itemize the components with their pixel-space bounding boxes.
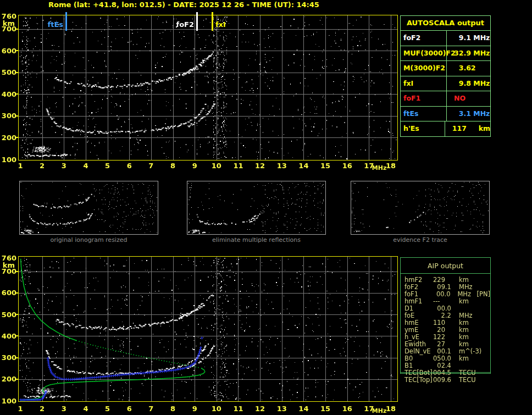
thumbnail-original-ionogram — [19, 181, 158, 235]
param-label: MUF(3000)F2 — [401, 46, 447, 61]
aip-output-table: AIP output hmF2229km foF2 09.1MHz foF1 0… — [400, 257, 491, 374]
param-flag — [479, 312, 490, 319]
thumbnail-caption: original ionogram resized — [19, 236, 158, 244]
table-row: ftEs 3.1 MHz — [401, 106, 490, 121]
param-value: 3.62 — [447, 61, 490, 76]
thumbnail-eliminate-reflections-canvas — [187, 181, 325, 234]
param-flag — [479, 334, 490, 341]
thumbnail-evidence-f2-canvas — [351, 181, 489, 234]
table-row: M(3000)F2 3.62 — [401, 60, 490, 76]
param-flag — [479, 362, 490, 369]
param-flag — [479, 276, 490, 284]
thumbnail-caption: evidence F2 trace — [351, 236, 490, 244]
param-flag — [479, 298, 490, 305]
param-label: h'Es — [401, 121, 445, 136]
param-flag: [PN] — [476, 291, 490, 298]
param-flag — [479, 377, 490, 384]
param-value: 32.9 MHz — [447, 46, 490, 61]
param-flag — [479, 305, 490, 312]
table-row: foF2 9.1 MHz — [401, 30, 490, 46]
param-value: 9.1 MHz — [447, 31, 490, 46]
param-unit: TECU — [459, 377, 479, 384]
table-row: foF1 NO — [401, 91, 490, 106]
table-row: MUF(3000)F2 32.9 MHz — [401, 46, 490, 61]
param-unit: km — [459, 298, 479, 305]
aip-output-title: AIP output — [401, 258, 490, 274]
thumbnail-original-ionogram-canvas — [20, 181, 158, 234]
param-value: 117 km — [445, 121, 490, 136]
param-flag — [479, 327, 490, 334]
table-row: fxI 9.8 MHz — [401, 76, 490, 91]
param-unit: km — [459, 355, 479, 362]
param-label: TEC[Top] — [401, 377, 433, 384]
param-label: M(3000)F2 — [401, 61, 447, 76]
aip-table-bottom-border — [400, 372, 491, 373]
param-value: 3.1 MHz — [447, 107, 490, 121]
table-row: h'Es 117 km — [401, 121, 490, 136]
bottom-ionogram-plot — [0, 250, 401, 415]
autoscala-app: Rome (lat: +41.8, lon: 012.5) - DATE: 20… — [0, 0, 532, 415]
param-label: fxI — [401, 76, 447, 91]
param-flag — [479, 369, 490, 377]
param-flag — [479, 348, 490, 355]
param-flag — [479, 355, 490, 362]
table-row: TEC[Top]009.6TECU — [401, 377, 490, 384]
thumbnail-caption: eliminate multiple reflections — [187, 236, 326, 244]
param-label: ftEs — [401, 107, 447, 121]
param-label: foF1 — [401, 91, 447, 106]
param-value: 009.6 — [433, 377, 459, 384]
param-value: NO — [447, 91, 490, 106]
aip-rows: hmF2229km foF2 09.1MHz foF1 00.0MHz[PN] … — [401, 276, 490, 384]
param-value: 9.8 MHz — [447, 76, 490, 91]
page-title: Rome (lat: +41.8, lon: 012.5) - DATE: 20… — [48, 1, 319, 9]
thumbnail-evidence-f2 — [351, 181, 490, 235]
autoscala-output-table: AUTOSCALA output foF2 9.1 MHz MUF(3000)F… — [400, 15, 491, 137]
param-flag — [479, 319, 490, 327]
autoscala-output-title: AUTOSCALA output — [401, 16, 490, 30]
thumbnail-eliminate-reflections — [187, 181, 326, 235]
top-ionogram-plot — [0, 9, 401, 173]
param-label: foF2 — [401, 31, 447, 46]
